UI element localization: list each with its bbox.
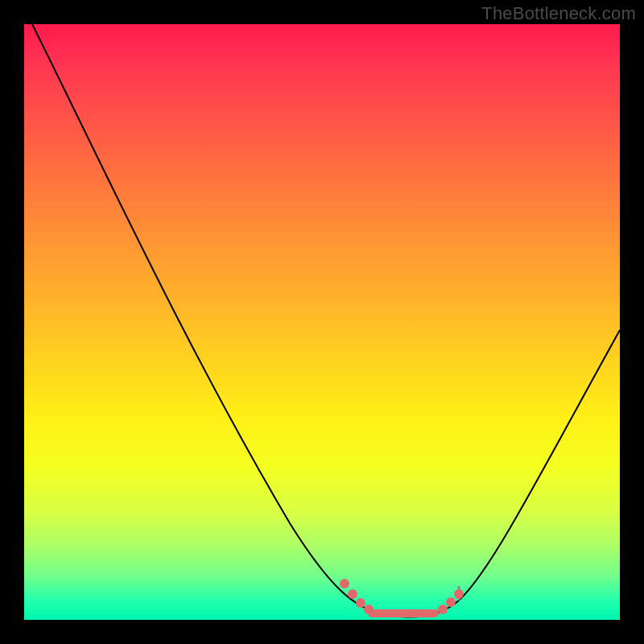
- svg-point-2: [356, 598, 365, 608]
- svg-point-5: [446, 597, 456, 607]
- bottleneck-curve: [32, 24, 620, 617]
- svg-point-4: [438, 605, 448, 614]
- highlight-markers: [340, 579, 464, 614]
- svg-point-6: [454, 589, 464, 599]
- watermark-text: TheBottleneck.com: [481, 3, 636, 24]
- svg-point-1: [348, 589, 357, 599]
- curve-overlay: [24, 24, 620, 620]
- chart-canvas: TheBottleneck.com: [0, 0, 644, 644]
- svg-point-0: [340, 579, 349, 588]
